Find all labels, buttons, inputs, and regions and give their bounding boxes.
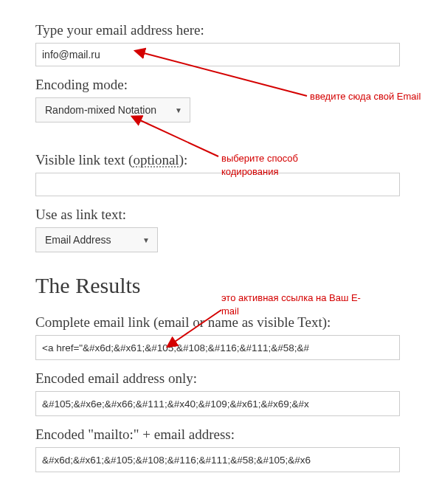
visible-input[interactable] <box>35 173 400 196</box>
visible-label: Visible link text (optional): <box>35 152 400 168</box>
linktext-select[interactable]: Email Address ▼ <box>35 227 158 252</box>
complete-output[interactable]: <a href="&#x6d;&#x61;&#105;&#108;&#116;&… <box>35 335 400 360</box>
visible-label-pre: Visible link text ( <box>35 152 133 168</box>
encoded-only-output[interactable]: &#105;&#x6e;&#x66;&#111;&#x40;&#109;&#x6… <box>35 391 400 416</box>
chevron-down-icon: ▼ <box>175 106 182 114</box>
results-heading: The Results <box>35 273 400 298</box>
email-input[interactable] <box>35 43 400 66</box>
form-column: Type your email address here: Encoding m… <box>35 22 400 472</box>
complete-label: Complete email link (email or name as vi… <box>35 314 400 331</box>
encoded-mailto-label: Encoded "mailto:" + email address: <box>35 427 400 443</box>
page: Type your email address here: Encoding m… <box>0 0 439 504</box>
chevron-down-icon: ▼ <box>142 236 150 244</box>
encoded-only-label: Encoded email address only: <box>35 370 400 387</box>
encoding-select[interactable]: Random-mixed Notation ▼ <box>35 97 190 122</box>
encoding-select-value: Random-mixed Notation <box>45 104 156 116</box>
linktext-select-value: Email Address <box>45 234 111 246</box>
linktext-label: Use as link text: <box>35 207 400 223</box>
encoded-mailto-output[interactable]: &#x6d;&#x61;&#105;&#108;&#116;&#111;&#58… <box>35 447 400 472</box>
encoding-label: Encoding mode: <box>35 77 400 93</box>
visible-label-optional: optional <box>133 152 179 168</box>
visible-label-post: ): <box>179 152 188 168</box>
email-label: Type your email address here: <box>35 22 400 38</box>
